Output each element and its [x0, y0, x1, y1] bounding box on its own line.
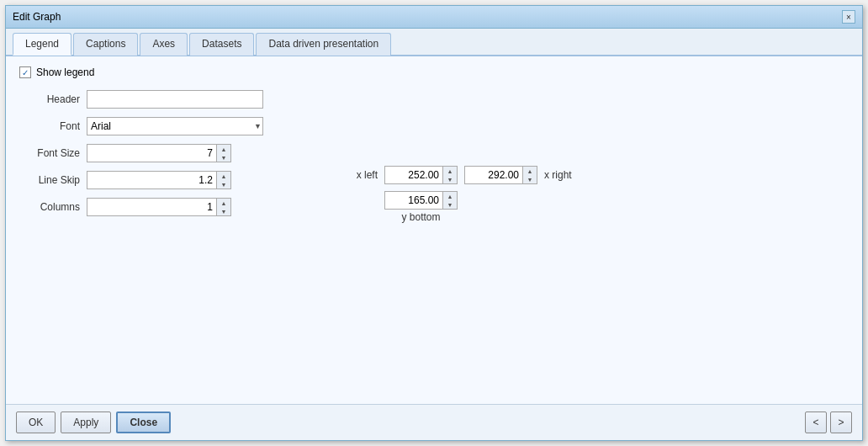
form-section: Header Font Arial ▼ — [19, 90, 849, 223]
y-bottom-down-button[interactable]: ▼ — [443, 200, 457, 209]
titlebar: Edit Graph × — [6, 6, 862, 29]
columns-spinner-btns: ▲ ▼ — [217, 198, 231, 216]
show-legend-label: Show legend — [36, 66, 94, 78]
line-skip-spinner-btns: ▲ ▼ — [217, 171, 231, 189]
prev-button[interactable]: < — [805, 411, 827, 433]
edit-graph-dialog: Edit Graph × Legend Captions Axes Datase… — [5, 5, 863, 441]
tab-bar: Legend Captions Axes Datasets Data drive… — [6, 29, 862, 56]
font-size-input[interactable] — [87, 144, 217, 162]
font-label: Font — [19, 120, 80, 132]
y-bottom-spinner: ▲ ▼ — [384, 191, 458, 210]
left-form: Header Font Arial ▼ — [19, 90, 263, 223]
show-legend-row: Show legend — [19, 66, 849, 78]
line-skip-spinner: ▲ ▼ — [87, 171, 231, 189]
columns-input[interactable] — [87, 198, 217, 216]
dialog-title: Edit Graph — [13, 11, 61, 23]
x-right-spinner: ▲ ▼ — [464, 166, 537, 184]
x-position-row: x left ▲ ▼ ▲ ▼ — [347, 166, 578, 184]
header-label: Header — [19, 93, 80, 105]
line-skip-down-button[interactable]: ▼ — [217, 180, 230, 188]
x-left-spinner-btns: ▲ ▼ — [443, 166, 458, 184]
next-button[interactable]: > — [830, 411, 852, 433]
footer: OK Apply Close < > — [6, 404, 862, 440]
font-select[interactable]: Arial — [87, 117, 263, 135]
tab-data-driven[interactable]: Data driven presentation — [256, 33, 391, 56]
close-icon[interactable]: × — [842, 10, 855, 24]
tab-datasets[interactable]: Datasets — [189, 33, 254, 56]
x-right-spinner-btns: ▲ ▼ — [523, 166, 537, 184]
line-skip-input[interactable] — [87, 171, 217, 189]
tab-legend[interactable]: Legend — [13, 33, 71, 56]
apply-button[interactable]: Apply — [61, 411, 111, 433]
columns-label: Columns — [19, 201, 80, 213]
x-left-input[interactable] — [384, 166, 443, 184]
font-select-wrap: Arial ▼ — [87, 117, 263, 135]
footer-nav-buttons: < > — [805, 411, 852, 433]
columns-down-button[interactable]: ▼ — [217, 207, 230, 215]
x-left-up-button[interactable]: ▲ — [443, 167, 457, 175]
x-left-spinner: ▲ ▼ — [384, 166, 458, 184]
y-bottom-row: ▲ ▼ y bottom — [384, 191, 458, 223]
font-size-label: Font Size — [19, 147, 80, 159]
y-bottom-up-button[interactable]: ▲ — [443, 192, 457, 200]
header-row: Header — [19, 90, 263, 109]
line-skip-up-button[interactable]: ▲ — [217, 172, 230, 180]
x-right-input[interactable] — [464, 166, 523, 184]
font-size-down-button[interactable]: ▼ — [217, 153, 230, 162]
x-right-up-button[interactable]: ▲ — [523, 167, 537, 175]
x-right-down-button[interactable]: ▼ — [523, 175, 537, 183]
columns-up-button[interactable]: ▲ — [217, 199, 230, 207]
font-size-up-button[interactable]: ▲ — [217, 145, 230, 153]
x-right-label: x right — [544, 169, 578, 181]
x-left-down-button[interactable]: ▼ — [443, 175, 457, 183]
tab-content-legend: Show legend Header Font Arial — [6, 56, 862, 404]
line-skip-row: Line Skip ▲ ▼ — [19, 171, 263, 189]
show-legend-checkbox[interactable] — [19, 66, 31, 78]
header-input[interactable] — [87, 90, 263, 109]
close-button[interactable]: Close — [116, 411, 171, 433]
tab-captions[interactable]: Captions — [73, 33, 138, 56]
dialog-body: Legend Captions Axes Datasets Data drive… — [6, 29, 862, 440]
footer-left-buttons: OK Apply Close — [16, 411, 171, 433]
tab-axes[interactable]: Axes — [140, 33, 188, 56]
font-size-spinner: ▲ ▼ — [87, 144, 231, 162]
y-bottom-label: y bottom — [401, 211, 440, 223]
y-bottom-spinner-btns: ▲ ▼ — [443, 191, 458, 210]
x-left-label: x left — [347, 169, 378, 181]
font-size-row: Font Size ▲ ▼ — [19, 144, 263, 162]
line-skip-label: Line Skip — [19, 174, 80, 186]
ok-button[interactable]: OK — [16, 411, 56, 433]
right-form: x left ▲ ▼ ▲ ▼ — [347, 90, 578, 223]
font-row: Font Arial ▼ — [19, 117, 263, 135]
columns-spinner: ▲ ▼ — [87, 198, 231, 216]
columns-row: Columns ▲ ▼ — [19, 198, 263, 216]
y-bottom-input[interactable] — [384, 191, 443, 210]
font-size-spinner-btns: ▲ ▼ — [217, 144, 231, 162]
